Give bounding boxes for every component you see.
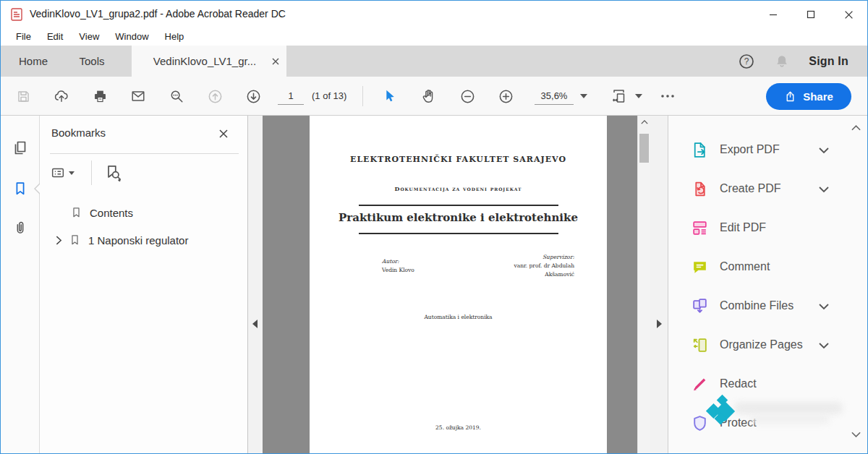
next-page-icon[interactable] [241, 84, 265, 108]
chevron-down-icon[interactable] [817, 144, 830, 157]
bookmark-item-naponski-regulator[interactable]: 1 Naponski regulator [40, 229, 247, 251]
scroll-up-icon[interactable] [638, 116, 651, 129]
document-scrollbar[interactable] [637, 116, 650, 454]
tab-bar-right: ? Sign In [738, 46, 867, 77]
maximize-button[interactable] [792, 1, 830, 28]
redact-icon [690, 374, 709, 393]
tool-label: Export PDF [720, 143, 780, 156]
fit-width-icon[interactable] [607, 84, 631, 108]
pdf-supervisor-line2: Akšamović [514, 270, 574, 279]
more-tools-icon[interactable] [655, 84, 680, 108]
tab-tools[interactable]: Tools [69, 46, 115, 77]
pdf-author-block: Autor: Vedin Klovo [382, 257, 414, 275]
search-icon[interactable] [164, 84, 189, 108]
tool-create-pdf[interactable]: Create PDF [668, 178, 867, 200]
page-count-label: (1 of 13) [312, 88, 346, 104]
menu-view[interactable]: View [71, 28, 107, 46]
tab-close-icon[interactable] [265, 46, 286, 77]
close-button[interactable] [830, 1, 867, 28]
pdf-file-icon [11, 8, 22, 21]
scrollbar-thumb[interactable] [639, 134, 649, 163]
watermark-blurred-text [734, 402, 843, 414]
pdf-rule [359, 233, 558, 234]
bookmarks-options-button[interactable] [50, 163, 82, 183]
pdf-date: 25. ožujka 2019. [310, 424, 607, 431]
select-tool-icon[interactable] [377, 84, 401, 108]
collapse-left-arrow-icon[interactable] [252, 320, 258, 328]
bookmarks-close-icon[interactable] [216, 126, 231, 142]
collapse-right-arrow-icon[interactable] [657, 320, 662, 328]
hand-tool-icon[interactable] [416, 84, 441, 108]
pdf-university-heading: ELEKTROTEHNIČKI FAKULTET SARAJEVO [310, 155, 607, 164]
sign-in-button[interactable]: Sign In [809, 55, 848, 68]
pdf-rule [359, 205, 558, 206]
save-icon[interactable] [11, 84, 35, 108]
chevron-down-icon[interactable] [817, 300, 830, 313]
pdf-supervisor-block: Supervizor: vanr. prof. dr Abdulah Akšam… [514, 253, 574, 279]
watermark-blurred-text [750, 415, 830, 424]
expand-current-bookmark-icon[interactable] [102, 162, 124, 184]
bookmarks-panel-icon[interactable] [11, 179, 30, 198]
pdf-author-name: Vedin Klovo [382, 266, 414, 275]
menu-help[interactable]: Help [157, 28, 192, 46]
tool-combine-files[interactable]: Combine Files [668, 295, 867, 317]
combine-files-icon [690, 296, 709, 315]
pdf-doc-type: Dokumentacija za vodeni projekat [310, 185, 607, 192]
main-toolbar: 1 (1 of 13) 35,6% Share [1, 77, 867, 116]
create-pdf-icon [690, 179, 709, 198]
tool-edit-pdf[interactable]: Edit PDF [668, 217, 867, 239]
panel-scroll-up-icon[interactable] [849, 121, 862, 134]
tab-home[interactable]: Home [11, 46, 56, 77]
email-icon[interactable] [126, 84, 150, 108]
cloud-upload-icon[interactable] [49, 84, 74, 108]
tool-label: Edit PDF [720, 221, 766, 234]
organize-pages-icon [690, 335, 709, 354]
pdf-title: Praktikum elektronike i elektrotehnike [310, 211, 607, 224]
bookmarks-panel-title: Bookmarks [51, 127, 106, 139]
tab-bar: Home Tools VedinKlovo_LV1_gr... ? Sign I… [1, 46, 867, 77]
comment-icon [690, 257, 709, 276]
tab-document[interactable]: VedinKlovo_LV1_gr... [132, 46, 286, 77]
minimize-button[interactable] [754, 1, 792, 28]
share-button[interactable]: Share [766, 83, 851, 110]
bookmarks-panel: Bookmarks Contents [40, 116, 248, 454]
page-number-input[interactable]: 1 [278, 87, 304, 105]
collapse-right-panel-strip[interactable] [650, 116, 668, 454]
tool-label: Create PDF [720, 182, 780, 195]
bell-icon[interactable] [774, 53, 790, 69]
edit-pdf-icon [690, 218, 709, 237]
panel-scroll-down-icon[interactable] [849, 428, 862, 441]
bookmark-item-label: Contents [90, 207, 133, 219]
zoom-out-icon[interactable] [455, 84, 480, 108]
zoom-in-icon[interactable] [493, 84, 518, 108]
tool-redact[interactable]: Redact [668, 373, 867, 395]
menu-edit[interactable]: Edit [39, 28, 71, 46]
help-icon[interactable]: ? [738, 53, 755, 70]
pdf-author-label: Autor: [382, 257, 414, 266]
previous-page-icon[interactable] [203, 84, 227, 108]
window-controls [754, 1, 867, 28]
window-title: VedinKlovo_LV1_grupa2.pdf - Adobe Acroba… [30, 8, 286, 20]
pdf-supervisor-label: Supervizor: [514, 253, 574, 262]
options-list-icon [50, 165, 66, 181]
toolbar-divider [362, 86, 363, 106]
bookmark-item-contents[interactable]: Contents [40, 202, 247, 223]
print-icon[interactable] [88, 84, 112, 108]
pdf-supervisor-line1: vanr. prof. dr Abdulah [514, 262, 574, 270]
expand-chevron-icon[interactable] [51, 233, 66, 247]
page-thumbnails-icon[interactable] [11, 139, 30, 158]
main-area: Bookmarks Contents [1, 116, 867, 454]
chevron-down-icon[interactable] [817, 183, 830, 196]
tool-organize-pages[interactable]: Organize Pages [668, 334, 867, 356]
title-bar: VedinKlovo_LV1_grupa2.pdf - Adobe Acroba… [1, 1, 867, 28]
tool-comment[interactable]: Comment [668, 256, 867, 278]
menu-window[interactable]: Window [107, 28, 156, 46]
tool-export-pdf[interactable]: Export PDF [668, 139, 867, 160]
zoom-level-input[interactable]: 35,6% [535, 87, 574, 105]
collapse-left-panel-strip[interactable] [248, 116, 263, 454]
zoom-dropdown-icon[interactable] [576, 84, 591, 108]
attachments-icon[interactable] [11, 218, 30, 237]
chevron-down-icon[interactable] [817, 339, 830, 352]
menu-file[interactable]: File [8, 28, 39, 46]
fit-dropdown-icon[interactable] [631, 84, 646, 108]
